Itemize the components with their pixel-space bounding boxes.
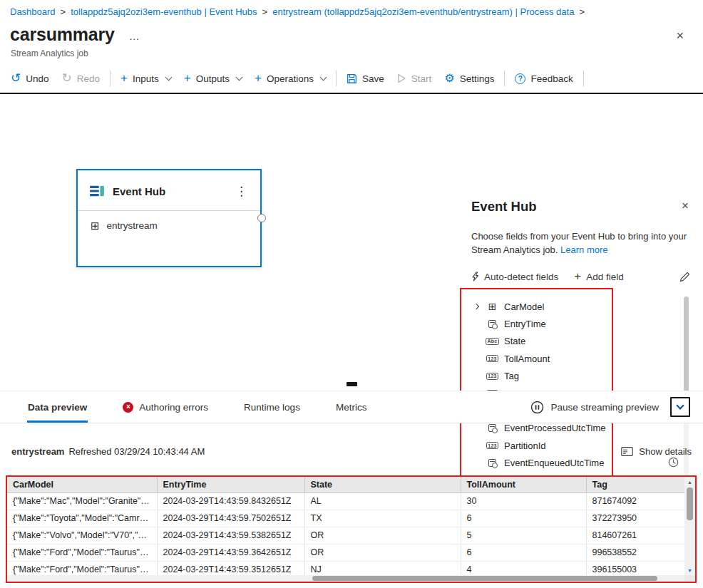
tab-runtime-logs[interactable]: Runtime logs: [235, 391, 309, 423]
field-item-carmodel[interactable]: ⊞CarModel: [471, 298, 607, 315]
plus-icon: +: [255, 74, 262, 83]
vertical-scrollbar[interactable]: ▲ ▼: [684, 477, 695, 575]
show-details-label: Show details: [639, 446, 692, 457]
pencil-icon: [679, 272, 690, 282]
output-connector[interactable]: [257, 214, 266, 222]
play-icon: [397, 73, 406, 83]
edit-fields-button[interactable]: [679, 272, 690, 282]
details-icon: [621, 447, 633, 456]
tab-label: Data preview: [28, 402, 87, 413]
breadcrumb-link-entrystream-tollappd[interactable]: entrystream (tollappdz5ajq2ozi3em-eventh…: [272, 6, 574, 17]
chevron-right-icon: [473, 304, 478, 309]
tab-metrics[interactable]: Metrics: [327, 391, 376, 423]
event-hub-config-panel: Event Hub × Choose fields from your Even…: [460, 188, 703, 483]
field-label: CarModel: [504, 301, 544, 312]
table-cell: 6: [461, 510, 586, 527]
tab-data-preview[interactable]: Data preview: [19, 391, 96, 423]
more-options-button[interactable]: …: [129, 30, 140, 42]
field-label: Tag: [504, 371, 519, 381]
tab-authoring-errors[interactable]: ×Authoring errors: [113, 391, 217, 423]
table-body: {"Make":"Mac","Model":"Granite","Veh2024…: [7, 492, 684, 575]
save-icon: [347, 73, 357, 84]
datetime-type-icon: [488, 424, 496, 432]
node-title: Event Hub: [113, 185, 165, 197]
toolbar-divider: [110, 71, 111, 86]
save-label: Save: [362, 73, 384, 84]
add-field-label: Add field: [586, 272, 624, 282]
horizontal-scrollbar[interactable]: [7, 575, 684, 582]
auto-detect-fields-button[interactable]: Auto-detect fields: [471, 272, 558, 282]
field-item-state[interactable]: AbcState: [471, 333, 607, 350]
field-item-tollamount[interactable]: 123TollAmount: [471, 350, 607, 367]
add-outputs-button[interactable]: + Outputs: [178, 68, 248, 89]
node-input-row[interactable]: ⊞ entrystream: [78, 210, 260, 240]
pause-streaming-button[interactable]: Pause streaming preview: [530, 391, 659, 423]
field-type-icon-slot: 123: [485, 373, 500, 380]
field-type-icon-slot: [485, 424, 500, 432]
panel-scrollbar-thumb[interactable]: [684, 296, 689, 402]
collapse-panel-button[interactable]: [670, 397, 690, 417]
bottom-tabs-bar: Data preview×Authoring errorsRuntime log…: [0, 391, 703, 423]
add-field-button[interactable]: + Add field: [574, 272, 623, 282]
toolbar-divider: [504, 71, 505, 86]
help-icon: ?: [515, 73, 525, 84]
node-menu-button[interactable]: ⋮: [231, 184, 252, 199]
table-cell: 2024-03-29T14:43:59.3512651Z: [157, 561, 304, 575]
field-type-icon-slot: Abc: [485, 338, 500, 345]
number-type-icon: 123: [486, 355, 498, 362]
table-cell: {"Make":"Ford","Model":"Taurus","Veh: [7, 561, 157, 575]
column-header-state: State: [304, 477, 461, 492]
scroll-down-icon[interactable]: ▼: [687, 568, 692, 575]
save-button[interactable]: Save: [340, 68, 391, 89]
table-cell: OR: [304, 544, 461, 561]
table-cell: {"Make":"Mac","Model":"Granite","Veh: [7, 492, 157, 510]
redo-label: Redo: [77, 73, 100, 84]
chevron-down-icon: [676, 401, 684, 409]
scrollbar-corner: [684, 575, 695, 582]
breadcrumb-separator: >: [61, 6, 66, 17]
preview-stream-name: entrystream: [11, 446, 64, 457]
pause-streaming-label: Pause streaming preview: [550, 402, 659, 413]
datetime-type-icon: [488, 320, 496, 328]
breadcrumb-separator: >: [262, 6, 268, 17]
preview-refreshed-timestamp: Refreshed 03/29/24 10:43:44 AM: [68, 446, 205, 457]
redo-button[interactable]: ↻ Redo: [56, 68, 107, 89]
page-subtitle: Stream Analytics job: [11, 48, 88, 58]
table-cell: TX: [304, 510, 461, 527]
breadcrumb-link-dashboard[interactable]: Dashboard: [10, 6, 56, 17]
add-inputs-button[interactable]: + Inputs: [114, 68, 178, 89]
vertical-scrollbar-thumb[interactable]: [687, 488, 693, 520]
operations-label: Operations: [267, 73, 314, 84]
close-page-button[interactable]: ×: [676, 29, 684, 43]
scroll-up-icon[interactable]: ▲: [687, 477, 692, 485]
field-item-entrytime[interactable]: EntryTime: [471, 315, 607, 332]
field-item-tag[interactable]: 123Tag: [471, 368, 607, 385]
horizontal-scrollbar-thumb[interactable]: [312, 576, 658, 581]
close-panel-button[interactable]: ×: [682, 199, 689, 213]
tab-list: Data preview×Authoring errorsRuntime log…: [0, 391, 393, 423]
feedback-button[interactable]: ? Feedback: [508, 68, 579, 89]
start-label: Start: [411, 73, 432, 84]
lightning-icon: [471, 272, 479, 282]
show-details-button[interactable]: Show details: [621, 446, 692, 457]
toolbar-divider: [583, 71, 584, 86]
table-cell: 372273950: [586, 510, 684, 527]
table-cell: 2024-03-29T14:43:59.3642651Z: [157, 544, 304, 561]
diagram-canvas[interactable]: Event Hub ⋮ ⊞ entrystream Event Hub × Ch…: [0, 94, 703, 389]
panel-resize-handle[interactable]: [347, 382, 357, 386]
gear-icon: ⚙: [444, 73, 454, 83]
table-cell: 2024-03-29T14:43:59.5382651Z: [157, 527, 304, 544]
start-button[interactable]: Start: [391, 68, 438, 89]
field-label: EventProcessedUtcTime: [504, 423, 606, 433]
learn-more-link[interactable]: Learn more: [560, 244, 607, 255]
plus-icon: +: [184, 74, 191, 83]
breadcrumb-link-tollappdz5ajq2ozi3em[interactable]: tollappdz5ajq2ozi3em-eventhub | Event Hu…: [71, 6, 257, 17]
column-header-carmodel: CarModel: [7, 477, 157, 492]
undo-button[interactable]: ↺ Undo: [4, 68, 56, 89]
plus-icon: +: [120, 74, 128, 83]
expand-chevron-icon[interactable]: [471, 304, 481, 309]
add-operations-button[interactable]: + Operations: [248, 68, 332, 89]
event-hub-node[interactable]: Event Hub ⋮ ⊞ entrystream: [76, 169, 262, 267]
settings-button[interactable]: ⚙ Settings: [438, 68, 501, 89]
table-cell: 996538552: [586, 544, 684, 561]
